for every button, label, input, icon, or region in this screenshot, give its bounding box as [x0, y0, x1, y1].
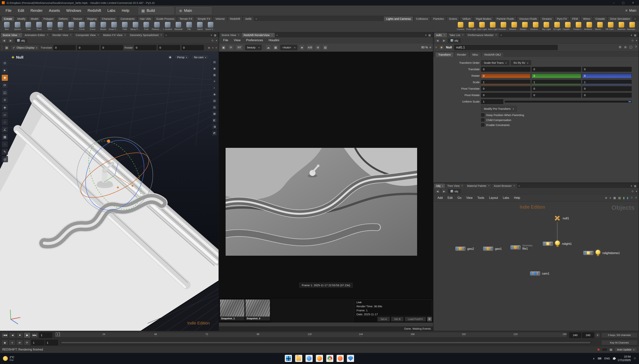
range-end-field[interactable]: 240	[582, 332, 594, 338]
tray-chevron-icon[interactable]: ∧	[593, 357, 595, 360]
wireframe-icon[interactable]: ▦	[212, 72, 217, 78]
path-breadcrumb[interactable]: obj	[448, 189, 461, 194]
rotate-tool-icon[interactable]: ⟳	[2, 82, 8, 88]
network-node[interactable]: rslightdome1	[583, 250, 620, 256]
close-tab-icon[interactable]	[47, 34, 48, 36]
shelf-tool[interactable]: Bezier	[98, 22, 109, 30]
pathbar-menu-icon[interactable]: ▾	[636, 190, 637, 193]
play-button[interactable]: ▶	[24, 332, 31, 338]
shelf-tool[interactable]: Torus	[34, 22, 44, 30]
param-drag-handle[interactable]: ≡	[435, 46, 437, 49]
tree-list-icon[interactable]: ≡	[609, 196, 611, 199]
select-points-icon[interactable]: ∴	[2, 119, 8, 125]
snap-icon[interactable]: ◈	[208, 46, 210, 49]
render-view-button[interactable]: Set B	[391, 317, 404, 322]
new-pane-tab-button[interactable]: +	[275, 33, 279, 37]
shelf-tab[interactable]: Pyro FX	[554, 16, 569, 21]
close-tab-icon[interactable]	[444, 34, 445, 36]
pose-tool-icon[interactable]: ✛	[2, 97, 8, 103]
zoom-level[interactable]: 90 %	[421, 46, 428, 49]
app-icon-orange[interactable]	[336, 354, 344, 362]
shelf-tab[interactable]: Hair Utils	[137, 16, 154, 21]
step-back-button[interactable]: ◀	[9, 332, 16, 338]
snapshot-grid-icon[interactable]: ▦	[273, 45, 278, 50]
render-canvas[interactable]: Frame 1: 2025-11-17 22:53:53 (37.23s)	[219, 52, 433, 298]
shelf-tool[interactable]: Ambient Light	[584, 22, 595, 30]
shelf-tool[interactable]: Box	[2, 22, 12, 30]
shelf-tool[interactable]: Geometry Light	[498, 22, 509, 30]
color-badge-green[interactable]: ▮	[623, 196, 624, 200]
firefox-icon[interactable]	[316, 354, 323, 362]
parameter-field-x[interactable]: 0	[481, 93, 530, 98]
range-icon[interactable]: ⇄	[16, 340, 23, 345]
help-icon[interactable]: ?	[635, 45, 637, 50]
menu-item[interactable]: View	[464, 195, 475, 201]
layout-icon[interactable]: ▦	[613, 196, 616, 200]
background-icon[interactable]: ◧	[212, 117, 217, 123]
auto-update-select[interactable]: Auto Update	[614, 347, 637, 352]
menu-item[interactable]: Labs	[500, 195, 511, 201]
keyframe-icon[interactable]: ●	[212, 46, 214, 49]
pane-split-icon[interactable]: ▦	[428, 34, 431, 36]
shelf-tool[interactable]: VR Camera	[605, 22, 616, 30]
windows-security-icon[interactable]	[347, 354, 354, 362]
shelf-tab[interactable]: Model	[28, 16, 41, 21]
menu-item[interactable]: Preferences	[244, 38, 266, 43]
close-tab-icon[interactable]	[462, 34, 463, 36]
new-pane-tab-button[interactable]: +	[164, 33, 168, 37]
shelf-tool[interactable]: File	[184, 22, 195, 30]
shelf-tab[interactable]: FEM	[570, 16, 580, 21]
path-breadcrumb[interactable]: obj	[15, 38, 27, 43]
menu-item[interactable]: Add	[435, 195, 445, 201]
shelf-tool[interactable]: Circle	[77, 22, 87, 30]
shelf-tab[interactable]: Modify	[15, 16, 28, 21]
close-tab-icon[interactable]	[160, 34, 162, 36]
parameter-tab[interactable]: Render	[454, 52, 469, 57]
lasso-select-icon[interactable]: ◌	[2, 141, 8, 148]
view-tool-icon[interactable]: ⊙	[2, 60, 8, 66]
parameter-field-x[interactable]: 0	[481, 86, 530, 91]
pane-split-icon[interactable]: ▦	[214, 34, 216, 36]
postfx-gear-icon[interactable]: ⚙	[427, 317, 432, 322]
add-shelf-tab-button[interactable]: +	[254, 16, 259, 21]
shelf-tab[interactable]: Crowds	[593, 16, 607, 21]
shelf-tool[interactable]: Sky Light	[541, 22, 552, 30]
shelf-tool[interactable]: Gamepad Camera	[627, 22, 637, 30]
select-tool-icon[interactable]: ►	[2, 67, 8, 74]
jump-end-button[interactable]: ▶▶|	[31, 332, 38, 338]
shelf-tool[interactable]: Line	[66, 22, 77, 30]
shelf-tool[interactable]: Metaball	[173, 22, 184, 30]
parameter-field-y[interactable]: 0	[531, 73, 581, 78]
menu-item[interactable]: View	[231, 38, 243, 43]
pane-tab[interactable]: Render View	[51, 33, 73, 37]
playback-range-end-field[interactable]: 1	[45, 340, 58, 345]
shelf-tool[interactable]: Sphere	[12, 22, 23, 30]
playback-range-start-field[interactable]: 1	[31, 340, 44, 345]
close-tab-icon[interactable]	[124, 34, 126, 36]
shelf-tab[interactable]: Constraints	[118, 16, 137, 21]
bucket-order-select[interactable]: <Auto>	[280, 45, 297, 50]
jump-start-button[interactable]: |◀◀	[2, 332, 8, 338]
parameter-field-y[interactable]: 0	[531, 67, 581, 72]
shelf-tool[interactable]: Path	[120, 22, 130, 30]
pane-tab[interactable]: Motion FX View	[101, 33, 128, 37]
camera-icon[interactable]: ◉	[167, 54, 173, 60]
shelf-tool[interactable]: Switcher	[616, 22, 627, 30]
shelf-tab[interactable]: Aelib	[243, 16, 254, 21]
clock[interactable]: 22:54 17/11/2025	[617, 355, 631, 362]
menu-item[interactable]: Tools	[475, 195, 486, 201]
parameter-tab[interactable]: Redshift OBJ	[481, 52, 504, 57]
pane-split-icon[interactable]: ▦	[634, 34, 636, 36]
phone-link-icon[interactable]	[305, 354, 313, 362]
timeline-scrollbar[interactable]	[61, 341, 591, 344]
parameter-field-z[interactable]: 0	[582, 67, 631, 72]
shaded-view-icon[interactable]: ▣	[212, 66, 217, 71]
zoom-stepper-icon[interactable]: ≡	[429, 46, 431, 49]
cloud-icon[interactable]: ☁	[266, 45, 271, 50]
pane-menu-icon[interactable]: ▾	[631, 34, 632, 36]
filmstrip-icon[interactable]: ▤	[322, 45, 328, 50]
menu-item[interactable]: Go	[455, 195, 463, 201]
network-node[interactable]: geo2	[455, 246, 474, 251]
menu-item[interactable]: Windows	[63, 7, 84, 14]
close-tab-icon[interactable]	[488, 184, 490, 187]
